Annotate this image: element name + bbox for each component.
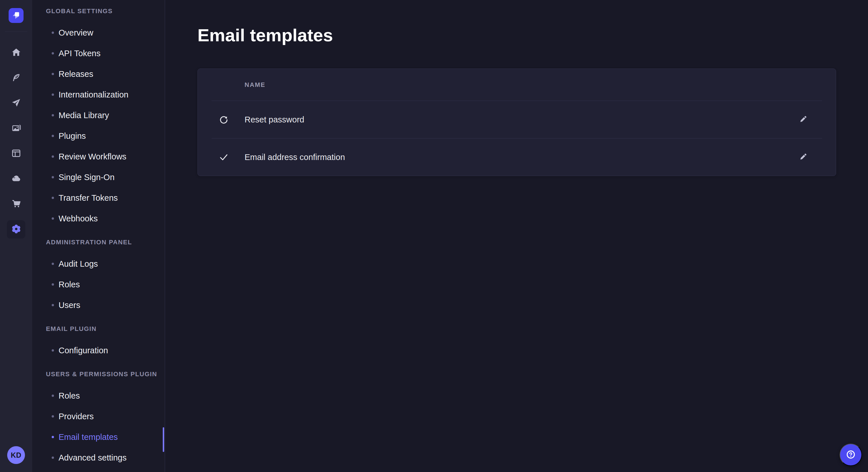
sidebar-item-label: Users xyxy=(59,301,81,310)
user-avatar[interactable]: KD xyxy=(7,446,25,464)
sidebar-item-releases[interactable]: Releases xyxy=(32,64,165,84)
main-content: Email templates NAME Reset passwordEmail… xyxy=(165,0,868,472)
sidebar-item-label: Configuration xyxy=(59,346,108,355)
sidebar-item-audit-logs[interactable]: Audit Logs xyxy=(32,254,165,274)
bullet-icon xyxy=(52,457,54,459)
sidebar-item-label: Webhooks xyxy=(59,214,98,224)
sidebar-item-plugins[interactable]: Plugins xyxy=(32,126,165,146)
subnav-section-header: ADMINISTRATION PANEL xyxy=(32,236,165,249)
sidebar-item-media-library[interactable]: Media Library xyxy=(32,105,165,126)
sidebar-item-configuration[interactable]: Configuration xyxy=(32,340,165,361)
bullet-icon xyxy=(52,114,54,116)
cart-icon xyxy=(11,198,22,210)
app-window: KD GLOBAL SETTINGSOverviewAPI TokensRele… xyxy=(0,0,868,472)
bullet-icon xyxy=(52,304,54,306)
send-icon xyxy=(11,98,22,109)
bullet-icon xyxy=(52,349,54,351)
pen-icon xyxy=(11,72,22,84)
sidebar-item-users[interactable]: Users xyxy=(32,295,165,315)
rail-button-pen[interactable] xyxy=(7,69,25,87)
gear-icon xyxy=(11,224,22,235)
refresh-icon xyxy=(218,114,229,125)
sidebar-item-email-templates[interactable]: Email templates xyxy=(32,427,165,447)
sidebar-item-overview[interactable]: Overview xyxy=(32,22,165,43)
rail-button-layout[interactable] xyxy=(7,144,25,163)
rail-button-cart[interactable] xyxy=(7,195,25,213)
help-button[interactable] xyxy=(840,444,862,466)
question-circle-icon xyxy=(845,449,857,461)
sidebar-item-single-sign-on[interactable]: Single Sign-On xyxy=(32,167,165,188)
subnav-scrollbar-thumb[interactable] xyxy=(163,427,164,452)
bullet-icon xyxy=(52,415,54,417)
sidebar-item-label: API Tokens xyxy=(59,49,100,58)
page-title: Email templates xyxy=(197,25,836,46)
home-icon xyxy=(11,47,22,59)
email-templates-table: NAME Reset passwordEmail address confirm… xyxy=(197,69,836,176)
sidebar-item-advanced-settings[interactable]: Advanced settings xyxy=(32,447,165,468)
settings-subnav: GLOBAL SETTINGSOverviewAPI TokensRelease… xyxy=(32,0,165,472)
bullet-icon xyxy=(52,217,54,220)
column-header-name: NAME xyxy=(245,81,266,89)
edit-template-button[interactable] xyxy=(793,147,813,167)
sidebar-item-label: Email templates xyxy=(59,432,118,442)
sidebar-item-review-workflows[interactable]: Review Workflows xyxy=(32,146,165,167)
bullet-icon xyxy=(52,32,54,34)
bullet-icon xyxy=(52,197,54,199)
rail-button-home[interactable] xyxy=(7,43,25,62)
subnav-section-header: EMAIL PLUGIN xyxy=(32,322,165,336)
bullet-icon xyxy=(52,156,54,158)
bullet-icon xyxy=(52,52,54,55)
bullet-icon xyxy=(52,176,54,178)
strapi-logo-icon xyxy=(10,9,22,22)
table-header-row: NAME xyxy=(198,69,836,101)
pencil-icon xyxy=(799,152,808,162)
subnav-section-header: USERS & PERMISSIONS PLUGIN xyxy=(32,368,165,381)
table-row[interactable]: Email address confirmation xyxy=(198,138,836,176)
pencil-icon xyxy=(799,114,808,125)
template-name: Reset password xyxy=(245,115,304,125)
bullet-icon xyxy=(52,135,54,137)
sidebar-item-label: Overview xyxy=(59,28,93,38)
bullet-icon xyxy=(52,94,54,96)
bullet-icon xyxy=(52,263,54,265)
main-nav-rail: KD xyxy=(0,0,32,472)
edit-template-button[interactable] xyxy=(793,109,813,130)
sidebar-item-webhooks[interactable]: Webhooks xyxy=(32,208,165,229)
template-name: Email address confirmation xyxy=(245,153,345,162)
sidebar-item-label: Transfer Tokens xyxy=(59,193,118,203)
sidebar-item-label: Review Workflows xyxy=(59,152,126,162)
sidebar-item-label: Audit Logs xyxy=(59,259,98,269)
rail-button-send[interactable] xyxy=(7,94,25,112)
bullet-icon xyxy=(52,436,54,438)
sidebar-item-label: Single Sign-On xyxy=(59,173,115,182)
rail-divider xyxy=(5,32,27,32)
bullet-icon xyxy=(52,73,54,75)
sidebar-item-providers[interactable]: Providers xyxy=(32,406,165,427)
sidebar-item-label: Releases xyxy=(59,69,93,79)
sidebar-item-roles[interactable]: Roles xyxy=(32,274,165,295)
sidebar-item-label: Internationalization xyxy=(59,90,128,100)
sidebar-item-label: Media Library xyxy=(59,111,109,120)
layout-icon xyxy=(11,148,22,160)
bullet-icon xyxy=(52,395,54,397)
sidebar-item-roles[interactable]: Roles xyxy=(32,385,165,406)
bullet-icon xyxy=(52,283,54,285)
sidebar-item-internationalization[interactable]: Internationalization xyxy=(32,84,165,105)
sidebar-item-transfer-tokens[interactable]: Transfer Tokens xyxy=(32,188,165,208)
subnav-section-header: GLOBAL SETTINGS xyxy=(32,5,165,18)
rail-button-gear[interactable] xyxy=(7,220,25,239)
sidebar-item-label: Roles xyxy=(59,391,80,401)
media-icon xyxy=(11,123,22,134)
sidebar-item-label: Roles xyxy=(59,280,80,289)
table-row[interactable]: Reset password xyxy=(198,101,836,138)
sidebar-item-label: Plugins xyxy=(59,131,86,141)
rail-button-cloud[interactable] xyxy=(7,170,25,188)
sidebar-item-label: Advanced settings xyxy=(59,453,127,463)
rail-button-media[interactable] xyxy=(7,119,25,138)
sidebar-item-label: Providers xyxy=(59,412,94,421)
check-icon xyxy=(218,152,229,163)
cloud-icon xyxy=(11,173,22,185)
sidebar-item-api-tokens[interactable]: API Tokens xyxy=(32,43,165,64)
strapi-logo-button[interactable] xyxy=(9,8,24,23)
